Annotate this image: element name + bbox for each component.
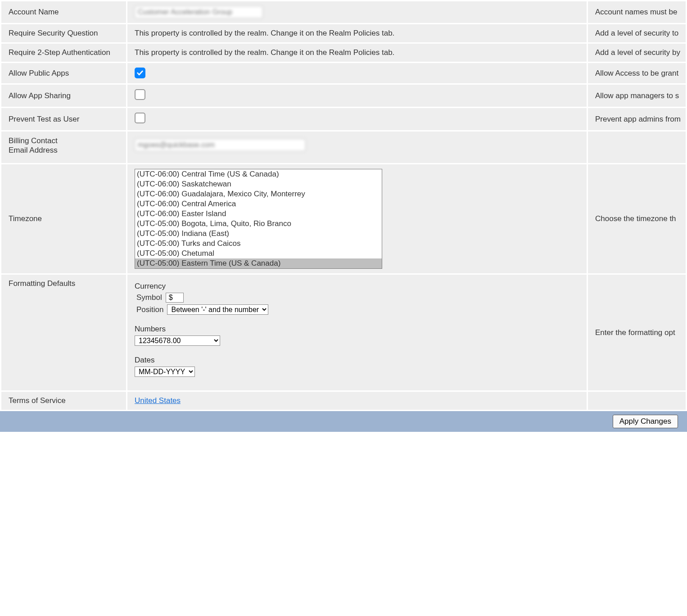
row-account-name: Account Name Account names must be	[1, 1, 687, 24]
row-prevent-test-as-user: Prevent Test as User Prevent app admins …	[1, 108, 687, 131]
apply-changes-button[interactable]: Apply Changes	[613, 415, 678, 428]
desc-billing-contact	[588, 131, 687, 164]
label-require-security-question: Require Security Question	[1, 24, 127, 43]
row-allow-app-sharing: Allow App Sharing Allow app managers to …	[1, 84, 687, 108]
timezone-option[interactable]: (UTC-06:00) Central America	[135, 199, 382, 209]
dates-format-select[interactable]: MM-DD-YYYY	[135, 367, 195, 377]
desc-timezone: Choose the timezone th	[588, 164, 687, 274]
label-require-2step: Require 2-Step Authentication	[1, 43, 127, 63]
label-terms: Terms of Service	[1, 391, 127, 411]
dates-heading: Dates	[135, 356, 579, 365]
row-formatting: Formatting Defaults Currency Symbol Posi…	[1, 274, 687, 391]
symbol-label: Symbol	[136, 293, 162, 302]
currency-symbol-input[interactable]	[166, 293, 184, 303]
label-billing-contact-line1: Billing Contact	[9, 136, 58, 145]
account-name-input[interactable]	[135, 6, 263, 18]
label-timezone: Timezone	[1, 164, 127, 274]
desc-formatting: Enter the formatting opt	[588, 274, 687, 391]
value-require-2step: This property is controlled by the realm…	[127, 43, 588, 63]
label-prevent-test-as-user: Prevent Test as User	[1, 108, 127, 131]
timezone-option[interactable]: (UTC-05:00) Indiana (East)	[135, 229, 382, 239]
currency-heading: Currency	[135, 282, 579, 291]
numbers-heading: Numbers	[135, 325, 579, 334]
timezone-listbox[interactable]: (UTC-06:00) Central Time (US & Canada)(U…	[135, 169, 382, 269]
footer-bar: Apply Changes	[0, 411, 687, 432]
label-account-name: Account Name	[1, 1, 127, 24]
row-timezone: Timezone (UTC-06:00) Central Time (US & …	[1, 164, 687, 274]
timezone-option[interactable]: (UTC-06:00) Guadalajara, Mexico City, Mo…	[135, 189, 382, 199]
billing-email-input[interactable]	[135, 139, 306, 151]
row-allow-public-apps: Allow Public Apps Allow Access to be gra…	[1, 63, 687, 84]
desc-allow-app-sharing: Allow app managers to s	[588, 84, 687, 108]
label-allow-public-apps: Allow Public Apps	[1, 63, 127, 84]
timezone-option[interactable]: (UTC-05:00) Bogota, Lima, Quito, Rio Bra…	[135, 219, 382, 229]
allow-public-apps-checkbox[interactable]	[135, 68, 145, 78]
desc-allow-public-apps: Allow Access to be grant	[588, 63, 687, 84]
terms-link[interactable]: United States	[135, 396, 181, 405]
value-account-name	[127, 1, 588, 24]
position-label: Position	[136, 305, 163, 314]
desc-prevent-test-as-user: Prevent app admins from	[588, 108, 687, 131]
timezone-option[interactable]: (UTC-06:00) Central Time (US & Canada)	[135, 169, 382, 179]
desc-require-security-question: Add a level of security to	[588, 24, 687, 43]
settings-table: Account Name Account names must be Requi…	[0, 0, 687, 411]
timezone-option[interactable]: (UTC-05:00) Eastern Time (US & Canada)	[135, 258, 382, 268]
timezone-option[interactable]: (UTC-06:00) Easter Island	[135, 209, 382, 219]
timezone-option[interactable]: (UTC-06:00) Saskatchewan	[135, 179, 382, 189]
currency-position-select[interactable]: Between '-' and the number	[167, 304, 268, 315]
value-require-security-question: This property is controlled by the realm…	[127, 24, 588, 43]
label-billing-contact: Billing Contact Email Address	[1, 131, 127, 164]
desc-account-name: Account names must be	[588, 1, 687, 24]
row-terms: Terms of Service United States	[1, 391, 687, 411]
timezone-option[interactable]: (UTC-05:00) Chetumal	[135, 249, 382, 258]
allow-app-sharing-checkbox[interactable]	[135, 89, 145, 100]
label-formatting: Formatting Defaults	[1, 274, 127, 391]
desc-require-2step: Add a level of security by	[588, 43, 687, 63]
check-icon	[136, 69, 144, 77]
desc-terms	[588, 391, 687, 411]
label-allow-app-sharing: Allow App Sharing	[1, 84, 127, 108]
numbers-format-select[interactable]: 12345678.00	[135, 335, 220, 346]
prevent-test-as-user-checkbox[interactable]	[135, 113, 145, 123]
row-billing-contact: Billing Contact Email Address	[1, 131, 687, 164]
label-billing-contact-line2: Email Address	[9, 146, 58, 154]
row-require-security-question: Require Security Question This property …	[1, 24, 687, 43]
timezone-option[interactable]: (UTC-05:00) Turks and Caicos	[135, 239, 382, 249]
row-require-2step: Require 2-Step Authentication This prope…	[1, 43, 687, 63]
